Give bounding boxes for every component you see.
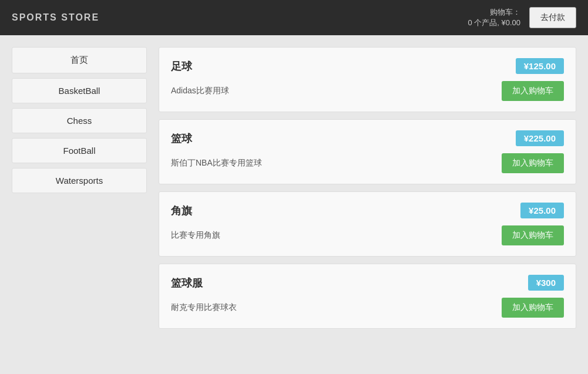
product-desc-4: 耐克专用比赛球衣 xyxy=(171,302,237,313)
product-card-2: 篮球 ¥225.00 斯伯丁NBA比赛专用篮球 加入购物车 xyxy=(159,119,576,184)
sidebar-item-chess[interactable]: Chess xyxy=(12,108,147,133)
add-to-cart-button-4[interactable]: 加入购物车 xyxy=(502,298,564,318)
cart-label: 购物车： xyxy=(468,7,520,18)
price-badge-2: ¥225.00 xyxy=(516,130,564,146)
product-bottom-4: 耐克专用比赛球衣 加入购物车 xyxy=(171,298,564,318)
add-to-cart-button-1[interactable]: 加入购物车 xyxy=(502,81,564,101)
product-name-1: 足球 xyxy=(171,59,192,73)
product-card-4: 篮球服 ¥300 耐克专用比赛球衣 加入购物车 xyxy=(159,264,576,329)
price-badge-3: ¥25.00 xyxy=(520,203,564,218)
product-card-3: 角旗 ¥25.00 比赛专用角旗 加入购物车 xyxy=(159,191,576,257)
product-name-2: 篮球 xyxy=(171,132,192,146)
cart-count: 0 个产品, ¥0.00 xyxy=(468,18,520,28)
sidebar-item-home[interactable]: 首页 xyxy=(12,47,147,73)
cart-info: 购物车： 0 个产品, ¥0.00 xyxy=(468,7,520,28)
sidebar-item-football[interactable]: FootBall xyxy=(12,138,147,163)
main-layout: 首页 BasketBall Chess FootBall Watersports… xyxy=(0,35,588,374)
add-to-cart-button-3[interactable]: 加入购物车 xyxy=(502,225,564,245)
product-bottom-3: 比赛专用角旗 加入购物车 xyxy=(171,225,564,245)
sidebar-item-basketball[interactable]: BasketBall xyxy=(12,78,147,103)
product-top-4: 篮球服 ¥300 xyxy=(171,275,564,291)
add-to-cart-button-2[interactable]: 加入购物车 xyxy=(502,153,564,173)
product-bottom-2: 斯伯丁NBA比赛专用篮球 加入购物车 xyxy=(171,153,564,173)
checkout-button[interactable]: 去付款 xyxy=(529,7,576,28)
product-name-3: 角旗 xyxy=(171,204,192,218)
product-name-4: 篮球服 xyxy=(171,276,203,290)
product-list: 足球 ¥125.00 Adidas比赛用球 加入购物车 篮球 ¥225.00 斯… xyxy=(159,47,576,362)
price-badge-1: ¥125.00 xyxy=(516,58,564,74)
product-bottom-1: Adidas比赛用球 加入购物车 xyxy=(171,81,564,101)
product-card-1: 足球 ¥125.00 Adidas比赛用球 加入购物车 xyxy=(159,47,576,112)
store-title: SPORTS STORE xyxy=(12,12,99,23)
sidebar: 首页 BasketBall Chess FootBall Watersports xyxy=(12,47,147,362)
product-top-1: 足球 ¥125.00 xyxy=(171,58,564,74)
header: SPORTS STORE 购物车： 0 个产品, ¥0.00 去付款 xyxy=(0,0,588,35)
product-top-3: 角旗 ¥25.00 xyxy=(171,203,564,218)
price-badge-4: ¥300 xyxy=(528,275,564,291)
cart-area: 购物车： 0 个产品, ¥0.00 去付款 xyxy=(468,7,576,28)
product-desc-2: 斯伯丁NBA比赛专用篮球 xyxy=(171,158,262,169)
product-desc-3: 比赛专用角旗 xyxy=(171,230,220,241)
product-top-2: 篮球 ¥225.00 xyxy=(171,130,564,146)
product-desc-1: Adidas比赛用球 xyxy=(171,86,229,96)
sidebar-item-watersports[interactable]: Watersports xyxy=(12,168,147,193)
